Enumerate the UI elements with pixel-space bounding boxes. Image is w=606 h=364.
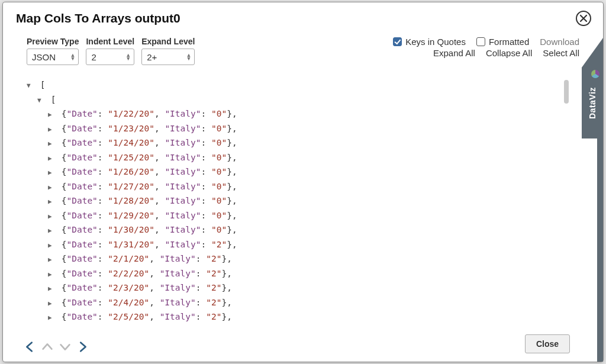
caret-right-icon[interactable]: ▶ xyxy=(48,181,55,195)
formatted-checkbox[interactable]: Formatted xyxy=(476,37,529,47)
preview-type-select[interactable]: JSON ▲▼ xyxy=(27,49,79,65)
preview-type-label: Preview Type xyxy=(27,37,79,46)
side-strip xyxy=(597,138,603,362)
caret-right-icon[interactable]: ▶ xyxy=(48,108,55,122)
select-arrows-icon: ▲▼ xyxy=(70,53,76,60)
json-tree[interactable]: ▼ [▼ [▶ {"Date": "1/22/20", "Italy": "0"… xyxy=(27,78,562,324)
expand-level-label: Expand Level xyxy=(141,37,195,46)
tree-row: ▶ {"Date": "1/24/20", "Italy": "0"}, xyxy=(27,136,562,151)
tree-row: ▶ {"Date": "1/22/20", "Italy": "0"}, xyxy=(27,107,562,122)
select-all-link[interactable]: Select All xyxy=(543,48,579,58)
tree-row: ▶ {"Date": "1/25/20", "Italy": "0"}, xyxy=(27,151,562,166)
caret-right-icon[interactable]: ▶ xyxy=(48,282,55,296)
caret-right-icon[interactable]: ▶ xyxy=(48,123,55,137)
caret-down-icon[interactable]: ▼ xyxy=(27,79,34,93)
tree-row: ▶ {"Date": "2/4/20", "Italy": "2"}, xyxy=(27,296,562,311)
caret-right-icon[interactable]: ▶ xyxy=(48,195,55,209)
nav-down-icon[interactable] xyxy=(59,340,72,353)
tree-line: ▼ [ xyxy=(27,78,562,93)
caret-right-icon[interactable]: ▶ xyxy=(48,152,55,166)
select-arrows-icon: ▲▼ xyxy=(186,53,191,60)
keys-in-quotes-checkbox[interactable]: Keys in Quotes xyxy=(393,37,466,47)
download-link[interactable]: Download xyxy=(540,37,579,47)
caret-right-icon[interactable]: ▶ xyxy=(48,239,55,253)
nav-up-icon[interactable] xyxy=(41,340,54,353)
tree-row: ▶ {"Date": "1/27/20", "Italy": "0"}, xyxy=(27,180,562,195)
tree-row: ▶ {"Date": "1/29/20", "Italy": "0"}, xyxy=(27,209,562,224)
tree-row: ▶ {"Date": "2/3/20", "Italy": "2"}, xyxy=(27,281,562,296)
tree-row: ▶ {"Date": "2/5/20", "Italy": "2"}, xyxy=(27,310,562,324)
tree-row: ▶ {"Date": "1/28/20", "Italy": "0"}, xyxy=(27,194,562,209)
tree-row: ▶ {"Date": "1/30/20", "Italy": "0"}, xyxy=(27,223,562,238)
select-arrows-icon: ▲▼ xyxy=(125,53,131,60)
tree-row: ▶ {"Date": "2/1/20", "Italy": "2"}, xyxy=(27,252,562,267)
caret-right-icon[interactable]: ▶ xyxy=(48,268,55,282)
dataviz-logo-icon xyxy=(590,69,601,79)
dialog: Map Cols To Arrays output0 Preview Type … xyxy=(2,2,604,362)
caret-right-icon[interactable]: ▶ xyxy=(48,166,55,180)
caret-right-icon[interactable]: ▶ xyxy=(48,311,55,324)
tree-row: ▶ {"Date": "1/31/20", "Italy": "2"}, xyxy=(27,238,562,253)
collapse-all-link[interactable]: Collapse All xyxy=(486,48,532,58)
dialog-title: Map Cols To Arrays output0 xyxy=(16,11,180,25)
indent-level-label: Indent Level xyxy=(86,37,134,46)
expand-level-select[interactable]: 2+ ▲▼ xyxy=(141,49,195,65)
caret-right-icon[interactable]: ▶ xyxy=(48,137,55,151)
expand-all-link[interactable]: Expand All xyxy=(433,48,475,58)
tree-row: ▶ {"Date": "1/26/20", "Italy": "0"}, xyxy=(27,165,562,180)
indent-level-select[interactable]: 2 ▲▼ xyxy=(86,49,134,65)
caret-right-icon[interactable]: ▶ xyxy=(48,297,55,311)
checkbox-checked-icon xyxy=(393,37,402,46)
caret-right-icon[interactable]: ▶ xyxy=(48,253,55,267)
scrollbar[interactable] xyxy=(563,78,570,324)
caret-right-icon[interactable]: ▶ xyxy=(48,210,55,224)
toolbar: Preview Type JSON ▲▼ Indent Level 2 ▲▼ E… xyxy=(3,26,603,69)
tree-row: ▶ {"Date": "1/23/20", "Italy": "0"}, xyxy=(27,122,562,137)
close-button[interactable]: Close xyxy=(525,334,570,353)
nav-bar xyxy=(23,340,89,353)
scrollbar-thumb[interactable] xyxy=(564,80,569,104)
tree-line: ▼ [ xyxy=(27,93,562,108)
caret-right-icon[interactable]: ▶ xyxy=(48,224,55,238)
tree-row: ▶ {"Date": "2/2/20", "Italy": "2"}, xyxy=(27,267,562,282)
caret-down-icon[interactable]: ▼ xyxy=(37,94,44,108)
close-icon[interactable] xyxy=(576,11,591,26)
nav-first-icon[interactable] xyxy=(23,340,36,353)
nav-last-icon[interactable] xyxy=(76,340,89,353)
checkbox-icon xyxy=(476,37,485,46)
